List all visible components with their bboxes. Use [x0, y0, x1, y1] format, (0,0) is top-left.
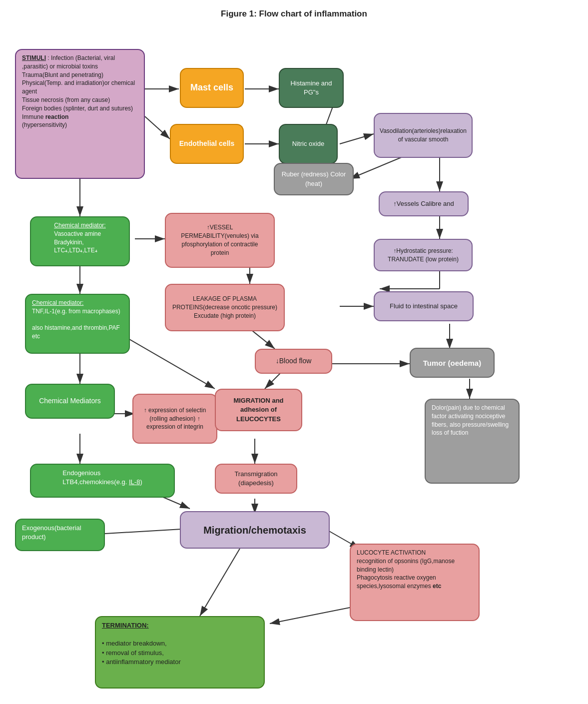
- chem-med1-node: Chemical mediator: Vasoactive amineBrady…: [30, 216, 130, 266]
- mast-cells-label: Mast cells: [190, 81, 233, 94]
- fluid-intestinal-label: Fluid to intestinal space: [390, 302, 458, 311]
- page-title: Figure 1: Flow chart of inflammation: [0, 0, 588, 24]
- stimuli-node: STIMULI : Infection (Bacterial, viral ,p…: [15, 49, 145, 179]
- selectin-label: ↑ expression of selectin (rolling adhesi…: [139, 406, 210, 431]
- blood-flow-label: ↓Blood flow: [276, 356, 312, 366]
- termination-node: TERMINATION: • mediator breakdown, • rem…: [95, 616, 265, 689]
- ruber-node: Ruber (redness) Color (heat): [274, 163, 354, 195]
- transmigration-node: Transmigration (diapedesis): [215, 464, 297, 494]
- hydrostatic-node: ↑Hydrostatic pressure: TRANUDATE (low pr…: [374, 239, 473, 271]
- migration-chemotaxis-label: Migration/chemotaxis: [203, 523, 306, 537]
- stimuli-label: STIMULI: [22, 54, 46, 61]
- svg-line-18: [250, 329, 275, 349]
- mast-cells-node: Mast cells: [180, 68, 244, 108]
- migration-chemotaxis-node: Migration/chemotaxis: [180, 511, 330, 549]
- lucocyte-node: LUCOCYTE ACTIVATIONrecognition of opsoni…: [350, 544, 480, 621]
- flowchart-container: STIMULI : Infection (Bacterial, viral ,p…: [0, 24, 588, 704]
- leakage-label: LEAKAGE OF PLASMA PROTEINS(decrease onco…: [172, 295, 278, 320]
- histamine-node: Histamine and PG"s: [279, 68, 344, 108]
- transmigration-label: Transmigration (diapedesis): [222, 470, 290, 488]
- endogenious-label: EndogeniousLTB4,chemokines(e.g. IL-8): [62, 469, 142, 487]
- vessels-calibre-node: ↑Vessels Calibre and: [379, 191, 469, 216]
- chem-med2-node: Chemical mediator: TNF,IL-1(e.g. from ma…: [25, 294, 130, 354]
- vessel-perm-node: ↑VESSEL PERMEABILITY(venules) via pfosph…: [165, 213, 275, 268]
- ruber-label: Ruber (redness) Color (heat): [281, 170, 347, 188]
- dolor-node: Dolor(pain) due to chemical factor activ…: [425, 399, 520, 484]
- tumor-label: Tumor (oedema): [423, 358, 481, 368]
- vasodilation-label: Vasodilation(arterioles)relaxation of va…: [380, 127, 467, 144]
- hydrostatic-label: ↑Hydrostatic pressure: TRANUDATE (low pr…: [381, 247, 466, 264]
- endothelial-label: Endothelial cells: [179, 139, 234, 149]
- endothelial-node: Endothelial cells: [170, 124, 244, 164]
- vessels-calibre-label: ↑Vessels Calibre and: [393, 199, 454, 208]
- exogenous-label: Exogenous(bacterial product): [22, 524, 98, 542]
- leakage-node: LEAKAGE OF PLASMA PROTEINS(decrease onco…: [165, 284, 285, 331]
- vessel-perm-label: ↑VESSEL PERMEABILITY(venules) via pfosph…: [172, 223, 268, 257]
- nitric-oxide-label: Nitric oxide: [292, 139, 324, 148]
- svg-line-33: [200, 549, 240, 616]
- svg-line-5: [340, 134, 374, 144]
- svg-line-2: [145, 116, 170, 139]
- vasodilation-node: Vasodilation(arterioles)relaxation of va…: [374, 113, 473, 158]
- fluid-intestinal-node: Fluid to intestinal space: [374, 291, 474, 321]
- blood-flow-node: ↓Blood flow: [255, 349, 332, 374]
- tumor-node: Tumor (oedema): [410, 348, 495, 378]
- endogenious-node: EndogeniousLTB4,chemokines(e.g. IL-8): [30, 464, 175, 498]
- stimuli-text: : Infection (Bacterial, viral ,parasitic…: [22, 54, 135, 128]
- dolor-label: Dolor(pain) due to chemical factor activ…: [432, 404, 513, 437]
- histamine-label: Histamine and PG"s: [286, 79, 337, 97]
- selectin-node: ↑ expression of selectin (rolling adhesi…: [132, 394, 217, 444]
- exogenous-node: Exogenous(bacterial product): [15, 519, 105, 551]
- nitric-oxide-node: Nitric oxide: [279, 124, 338, 164]
- migration-adhesion-node: MIGRATION and adhesion of LEUCOCYTES: [215, 389, 302, 431]
- svg-line-23: [120, 334, 215, 389]
- chem-mediators-node: Chemical Mediators: [25, 384, 115, 419]
- migration-adhesion-label: MIGRATION and adhesion of LEUCOCYTES: [222, 396, 295, 424]
- chem-mediators-label: Chemical Mediators: [39, 396, 101, 406]
- svg-line-29: [105, 529, 190, 534]
